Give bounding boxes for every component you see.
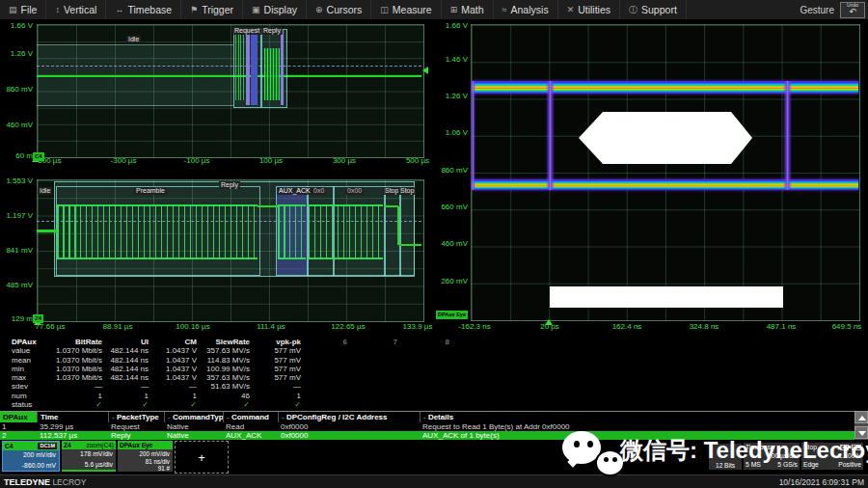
measure-cell: — [149, 382, 197, 391]
menu-item-cursors[interactable]: ⊕Cursors [307, 0, 371, 19]
measure-row-label: min [0, 365, 42, 373]
measure-cell [301, 365, 347, 373]
eye-x-axis-label: 649.5 ns [818, 322, 868, 331]
channel-name: C4 [5, 442, 13, 450]
measure-cell: 482.144 ns [102, 356, 149, 365]
decode-cell: 0xf0000 [278, 431, 420, 440]
measure-cell [397, 400, 449, 409]
decode-table-badge[interactable]: DPAux [0, 412, 37, 422]
c4-cm-dashed-line [37, 66, 421, 67]
menu-item-label: File [21, 4, 38, 15]
eye-x-axis-label: -162.3 ns [446, 322, 503, 331]
measure-cell: ✓ [197, 400, 250, 409]
decode-cell: 35.299 µs [37, 422, 108, 431]
descriptor-scale: 200 mV/div [3, 450, 56, 461]
decode-column-header[interactable]: Time [37, 412, 108, 422]
measure-cell: ✓ [149, 400, 197, 409]
measure-cell: ✓ [250, 400, 301, 409]
eye-diagram-grid[interactable] [471, 24, 860, 321]
measure-cell [347, 392, 397, 400]
measure-cell [301, 400, 347, 409]
measure-cell: 577 mV [250, 356, 301, 365]
menu-item-utilities[interactable]: ✕Utilities [558, 0, 620, 19]
eye-y-axis-label: 260 mV [433, 277, 468, 285]
menu-item-file[interactable]: ▤File [0, 0, 46, 19]
measure-cell: 1.0437 V [149, 356, 197, 365]
menu-item-measure[interactable]: ◫Measure [371, 0, 441, 19]
vertical-icon: ↕ [55, 5, 60, 14]
undo-button[interactable]: Undo ↶ [840, 2, 865, 18]
menu-bar: ▤File↕Vertical↔Timebase⚑Trigger▣Display⊕… [0, 0, 868, 20]
decode-row[interactable]: 135.299 µsRequestNativeRead0xf0000Reques… [0, 422, 854, 431]
measure-cell: 1 [250, 392, 301, 400]
gesture-label: Gesture [800, 5, 834, 15]
eye-crossing-2 [783, 81, 792, 190]
eye-descriptor[interactable]: DPAux Eye 200 mV/div 81 ns/div 91 # [118, 441, 173, 472]
descriptor-header: Z4 zoom(C4) [62, 441, 116, 449]
measure-cell [301, 392, 347, 400]
zoom-descriptor-z4[interactable]: Z4 zoom(C4) 178 mV/div 5.6 µs/div [62, 441, 116, 472]
z4-x-axis-label: 122.65 µs [319, 322, 377, 331]
menu-item-analysis[interactable]: ≈Analysis [494, 0, 558, 19]
decode-column-header[interactable]: PacketType [108, 412, 164, 422]
brand-logo: TELEDYNE LECROY [4, 477, 86, 487]
menu-item-math[interactable]: ⊞Math [442, 0, 494, 19]
measure-cell: 1.0370 Mbit/s [42, 346, 102, 355]
c4-x-axis-label: -500 µs [19, 156, 77, 165]
measure-cell: 577 mV [250, 373, 301, 382]
measure-cell: 1.0437 V [149, 346, 197, 355]
menu-item-label: Vertical [64, 4, 96, 15]
c4-y-axis-label: 460 mV [0, 121, 33, 129]
scroll-up-button[interactable] [854, 411, 868, 423]
measure-cell: 1 [102, 392, 149, 400]
measure-column-header: BitRate [42, 338, 102, 346]
z4-x-axis-label: 88.91 µs [89, 322, 147, 331]
menu-item-label: Support [641, 4, 677, 15]
decode-cell: Native [164, 422, 223, 431]
channel-descriptor-c4[interactable]: C4 DC1M 200 mV/div -860.00 mV [2, 441, 60, 472]
menu-item-trigger[interactable]: ⚑Trigger [181, 0, 243, 19]
decode-column-header[interactable]: CommandType [164, 412, 223, 422]
measure-cell [347, 365, 397, 373]
measure-cell [347, 356, 397, 365]
add-trace-button[interactable]: + [175, 441, 229, 474]
decode-column-header[interactable]: Command [223, 412, 278, 422]
measure-cell: 482.144 ns [102, 373, 149, 382]
menu-item-label: Analysis [511, 4, 549, 15]
descriptor-timebase: 81 ns/div [118, 458, 170, 466]
decode-cell: Request [108, 422, 164, 431]
eye-y-axis-label: 1.46 V [433, 55, 468, 64]
measure-column-header: 7 [347, 338, 397, 346]
measure-cell [347, 373, 397, 382]
measure-cell [397, 382, 449, 391]
menu-item-label: Measure [393, 4, 432, 15]
measure-column-header: UI [102, 338, 149, 346]
z4-stop2-region [399, 186, 415, 276]
measure-cell: 577 mV [250, 346, 301, 355]
z4-grid-badge: Z4 [33, 314, 43, 323]
menu-item-vertical[interactable]: ↕Vertical [46, 0, 106, 19]
c4-x-axis-label: 500 µs [389, 156, 447, 165]
menu-item-display[interactable]: ▣Display [243, 0, 307, 19]
eye-x-axis-label: 162.4 ns [598, 322, 656, 331]
z4-x-axis-label: 77.66 µs [21, 322, 79, 331]
eye-x-axis-label: 20 ps [521, 322, 579, 331]
z4-x-axis-label: 111.4 µs [242, 322, 300, 331]
trigger-level-marker[interactable] [422, 67, 428, 74]
c4-x-axis-label: -100 µs [168, 156, 226, 165]
z4-preamble-label: Preamble [134, 187, 167, 195]
timebase-icon: ↔ [115, 5, 123, 14]
measure-column-header: 6 [301, 338, 347, 346]
eye-x-axis-label: 487.1 ns [752, 322, 810, 331]
decode-cell: 0xf0000 [278, 422, 420, 431]
decode-cell: 112.537 µs [37, 431, 108, 440]
decode-column-header[interactable]: DPConfigReg / I2C Address [278, 412, 420, 422]
watermark-text: 微信号: TeledyneLecroy [620, 435, 868, 466]
zoom-name: Z4 [64, 441, 71, 449]
measure-cell [301, 346, 347, 355]
menu-item-timebase[interactable]: ↔Timebase [106, 0, 181, 19]
measurement-table: DPAuxBitRateUICMSlewRatevpk-pk678value1.… [0, 338, 449, 409]
decode-column-header[interactable]: Details [420, 412, 854, 422]
menu-item-support[interactable]: ⓘSupport [620, 0, 687, 19]
z4-auxack-wave [278, 204, 306, 259]
